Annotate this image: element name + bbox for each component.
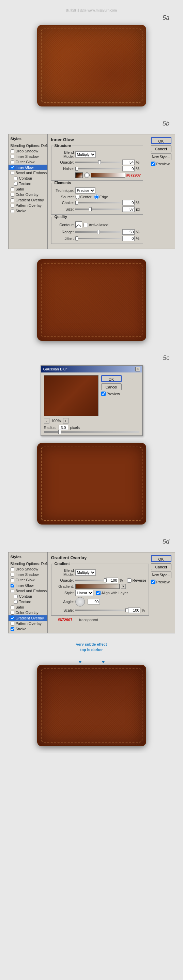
go-bevel-emboss-cb[interactable]	[11, 589, 14, 593]
go-texture-cb[interactable]	[14, 600, 18, 604]
style-stroke[interactable]: Stroke	[8, 208, 47, 214]
go-scale-slider[interactable]	[75, 609, 127, 611]
technique-select[interactable]: Precise	[75, 188, 95, 194]
go-scale-input[interactable]	[128, 608, 140, 613]
go-stroke[interactable]: Stroke	[8, 626, 47, 632]
style-inner-shadow[interactable]: Inner Shadow	[8, 154, 47, 159]
gb-zoom-out-btn[interactable]: -	[44, 418, 50, 423]
gb-radius-input[interactable]	[59, 425, 68, 430]
blend-mode-select[interactable]: Multiply	[75, 151, 96, 158]
opacity-slider[interactable]	[75, 162, 121, 163]
style-inner-glow[interactable]: Inner Glow	[8, 165, 47, 170]
go-gradient-preview[interactable]	[75, 584, 120, 589]
go-angle-input[interactable]	[88, 599, 100, 605]
go-satin[interactable]: Satin	[8, 605, 47, 610]
opacity-input[interactable]	[122, 159, 135, 165]
style-outer-glow[interactable]: Outer Glow	[8, 159, 47, 165]
style-drop-shadow[interactable]: Drop Shadow	[8, 148, 47, 154]
go-pattern-overlay-cb[interactable]	[11, 622, 14, 625]
gb-preview-row[interactable]: Preview	[101, 391, 122, 396]
satin-checkbox[interactable]	[11, 188, 14, 191]
go-reverse-checkbox[interactable]	[127, 578, 132, 583]
go-contour-cb[interactable]	[14, 595, 18, 598]
anti-aliased-checkbox[interactable]	[83, 223, 88, 227]
style-color-overlay[interactable]: Color Overlay	[8, 192, 47, 197]
preview-row-5b[interactable]: Preview	[151, 162, 172, 166]
color-overlay-checkbox[interactable]	[11, 193, 14, 197]
bevel-emboss-checkbox[interactable]	[11, 171, 14, 175]
gradient-overlay-checkbox[interactable]	[11, 198, 14, 202]
preview-checkbox-5b[interactable]	[151, 162, 156, 166]
go-drop-shadow[interactable]: Drop Shadow	[8, 566, 47, 572]
outer-glow-checkbox[interactable]	[11, 160, 14, 164]
go-inner-shadow-cb[interactable]	[11, 573, 14, 577]
inner-shadow-checkbox[interactable]	[11, 155, 14, 159]
source-edge-radio[interactable]	[95, 194, 99, 199]
style-satin[interactable]: Satin	[8, 186, 47, 192]
texture-checkbox[interactable]	[14, 182, 18, 186]
choke-slider[interactable]	[75, 202, 121, 204]
go-color-overlay[interactable]: Color Overlay	[8, 610, 47, 615]
go-align-checkbox[interactable]	[96, 591, 101, 595]
source-center-radio[interactable]	[75, 194, 80, 199]
go-satin-cb[interactable]	[11, 606, 14, 609]
gb-radius-slider[interactable]	[44, 431, 140, 433]
range-slider[interactable]	[75, 231, 121, 233]
style-pattern-overlay[interactable]: Pattern Overlay	[8, 203, 47, 208]
go-gradient-overlay[interactable]: Gradient Overlay	[8, 615, 47, 621]
go-color-overlay-cb[interactable]	[11, 611, 14, 615]
source-center-label[interactable]: Center	[75, 194, 92, 199]
go-inner-glow-cb[interactable]	[11, 584, 14, 587]
noise-slider[interactable]	[75, 168, 121, 169]
go-drop-shadow-cb[interactable]	[11, 567, 14, 571]
jitter-input[interactable]	[122, 236, 135, 241]
contour-checkbox[interactable]	[14, 177, 18, 180]
go-inner-glow[interactable]: Inner Glow	[8, 583, 47, 588]
blending-options-item[interactable]: Blending Options: Default	[8, 143, 47, 148]
range-input[interactable]	[122, 229, 135, 235]
ok-button-5b[interactable]: OK	[151, 137, 172, 144]
go-outer-glow-cb[interactable]	[11, 578, 14, 582]
go-opacity-input[interactable]	[106, 578, 118, 583]
go-angle-dial[interactable]	[75, 597, 85, 606]
size-slider[interactable]	[75, 208, 121, 210]
go-blending-options[interactable]: Blending Options: Default	[8, 561, 47, 566]
size-input[interactable]	[122, 207, 135, 212]
contour-box[interactable]	[75, 221, 82, 228]
ok-button-5d[interactable]: OK	[151, 555, 172, 562]
style-texture[interactable]: Texture	[8, 181, 47, 186]
style-bevel-emboss[interactable]: Bevel and Emboss	[8, 170, 47, 175]
preview-row-5d[interactable]: Preview	[151, 580, 172, 584]
gb-preview-checkbox[interactable]	[101, 391, 106, 396]
cancel-button-5b[interactable]: Cancel	[151, 145, 172, 152]
color-swatch[interactable]	[75, 172, 83, 178]
gradient-preview-bar[interactable]	[91, 173, 125, 178]
go-pattern-overlay[interactable]: Pattern Overlay	[8, 621, 47, 626]
new-style-button-5b[interactable]: New Style...	[151, 153, 172, 160]
go-gradient-overlay-cb[interactable]	[11, 616, 14, 620]
go-align-label[interactable]: Align with Layer	[96, 591, 128, 595]
new-style-button-5d[interactable]: New Style...	[151, 571, 172, 578]
gb-close-button[interactable]: ✕	[135, 367, 140, 371]
drop-shadow-checkbox[interactable]	[11, 150, 14, 153]
inner-glow-checkbox[interactable]	[11, 165, 14, 169]
go-outer-glow[interactable]: Outer Glow	[8, 577, 47, 583]
noise-input[interactable]	[122, 166, 135, 172]
go-texture[interactable]: Texture	[8, 599, 47, 605]
go-stroke-cb[interactable]	[11, 627, 14, 631]
source-edge-label[interactable]: Edge	[95, 194, 108, 199]
go-style-select[interactable]: Linear	[75, 590, 93, 596]
anti-aliased-row[interactable]: Anti-aliased	[83, 223, 108, 227]
gb-ok-button[interactable]: OK	[101, 375, 122, 382]
style-contour[interactable]: Contour	[8, 175, 47, 181]
preview-checkbox-5d[interactable]	[151, 580, 156, 584]
gb-zoom-in-btn[interactable]: +	[63, 418, 69, 423]
gb-cancel-button[interactable]: Cancel	[101, 383, 122, 390]
jitter-slider[interactable]	[75, 238, 121, 239]
go-opacity-slider[interactable]	[75, 580, 104, 581]
go-contour[interactable]: Contour	[8, 593, 47, 599]
style-gradient-overlay[interactable]: Gradient Overlay	[8, 197, 47, 203]
stroke-checkbox[interactable]	[11, 209, 14, 213]
pattern-overlay-checkbox[interactable]	[11, 204, 14, 207]
go-reverse-label[interactable]: Reverse	[127, 578, 146, 583]
